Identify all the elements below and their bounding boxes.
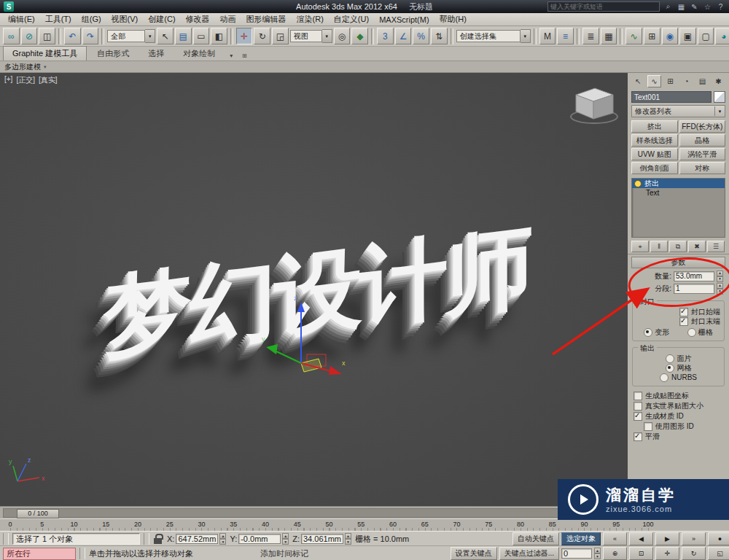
chevron-down-icon[interactable]: ▼ xyxy=(145,29,155,43)
menu-help[interactable]: 帮助(H) xyxy=(434,13,472,26)
menu-maxscript[interactable]: MAXScript(M) xyxy=(374,15,434,25)
generate-mapping-checkbox[interactable] xyxy=(634,392,642,400)
key-mode-icon[interactable]: ● xyxy=(708,532,729,545)
time-slider-handle[interactable]: 0 / 100 xyxy=(17,509,59,518)
tab-motion-icon[interactable]: ◔ xyxy=(679,75,693,88)
segments-field[interactable]: 1 xyxy=(674,284,714,294)
modifier-button-turbosmooth[interactable]: 涡轮平滑 xyxy=(679,148,726,160)
panel-polygon-modeling[interactable]: 多边形建模 xyxy=(4,62,41,72)
snap-toggle-3d-icon[interactable]: 3 xyxy=(377,28,394,44)
modifier-button-ffd-box[interactable]: FFD(长方体) xyxy=(679,120,726,133)
modifier-stack[interactable]: 挤出 Text xyxy=(631,178,725,238)
x-coordinate-field[interactable]: 647.52mm xyxy=(176,534,218,544)
tab-graphite-modeling[interactable]: Graphite 建模工具 xyxy=(3,46,87,61)
help-icon[interactable]: ? xyxy=(716,2,725,12)
object-color-swatch[interactable] xyxy=(714,91,725,103)
viewport-general-menu[interactable]: [+] xyxy=(4,75,12,85)
rendered-frame-window-icon[interactable]: ▢ xyxy=(698,28,714,44)
selection-lock-icon[interactable] xyxy=(153,533,163,545)
configure-modifier-sets-icon[interactable]: ☰ xyxy=(707,241,725,252)
select-by-name-icon[interactable]: ▤ xyxy=(175,28,192,44)
chevron-down-icon[interactable]: ▼ xyxy=(322,29,332,43)
help-search-input[interactable] xyxy=(547,1,660,12)
viewport-pov-menu[interactable]: [正交] xyxy=(16,75,35,85)
chevron-down-icon[interactable]: ▼ xyxy=(714,106,725,116)
key-filters-button[interactable]: 关键点过滤器... xyxy=(499,547,559,560)
render-production-icon[interactable]: ◕ xyxy=(715,28,729,44)
tab-display-icon[interactable]: ▤ xyxy=(695,75,709,88)
object-name-field[interactable]: Text001 xyxy=(631,91,712,103)
amount-field[interactable]: 53.0mm xyxy=(674,271,714,281)
pin-stack-icon[interactable]: ⌖ xyxy=(631,241,649,252)
tab-hierarchy-icon[interactable]: ⊞ xyxy=(663,75,677,88)
select-and-manipulate-icon[interactable]: ◆ xyxy=(351,28,368,44)
select-and-scale-icon[interactable]: ◲ xyxy=(272,28,289,44)
parameters-rollout-header[interactable]: 参数 xyxy=(631,257,725,268)
selection-filter-dropdown[interactable]: 全部 ▼ xyxy=(107,30,155,42)
modifier-button-bevel-profile[interactable]: 倒角剖面 xyxy=(631,162,678,174)
select-object-icon[interactable]: ↖ xyxy=(157,28,174,44)
orbit-icon[interactable]: ↻ xyxy=(682,547,706,560)
menu-rendering[interactable]: 渲染(R) xyxy=(292,13,329,26)
ribbon-config-icon[interactable]: ⊞ xyxy=(238,50,250,61)
menu-customize[interactable]: 自定义(U) xyxy=(329,13,374,26)
viewport-shading-menu[interactable]: [真实] xyxy=(39,75,58,85)
angle-snap-icon[interactable]: ∠ xyxy=(395,28,412,44)
zoom-icon[interactable]: ⊕ xyxy=(603,547,627,560)
use-shape-id-checkbox[interactable] xyxy=(644,422,652,431)
favorites-star-icon[interactable]: ☆ xyxy=(703,2,712,12)
tab-create-icon[interactable]: ↖ xyxy=(631,75,645,88)
amount-spinner[interactable]: ▲▼ xyxy=(717,271,723,282)
unlink-selection-icon[interactable]: ⊘ xyxy=(21,28,38,44)
smooth-checkbox[interactable] xyxy=(634,432,642,441)
named-selection-sets-dropdown[interactable]: 创建选择集 ▼ xyxy=(456,30,531,42)
stack-item-text[interactable]: Text xyxy=(632,188,725,198)
menu-create[interactable]: 创建(C) xyxy=(143,13,180,26)
tab-freeform[interactable]: 自由形式 xyxy=(88,47,138,61)
material-editor-icon[interactable]: ◉ xyxy=(662,28,679,44)
play-icon[interactable]: ▶ xyxy=(655,532,679,545)
morph-radio[interactable] xyxy=(644,328,652,337)
stack-item-extrude[interactable]: 挤出 xyxy=(632,179,725,188)
patch-radio[interactable] xyxy=(666,354,674,363)
remove-modifier-icon[interactable]: ✖ xyxy=(688,241,706,252)
z-axis-arrow[interactable] xyxy=(297,302,305,312)
select-and-link-icon[interactable]: ∞ xyxy=(3,28,20,44)
timeline-ruler[interactable]: 0510152025303540455055606570758085909510… xyxy=(0,518,729,532)
set-key-button[interactable]: 设置关键点 xyxy=(451,547,497,560)
modifier-button-spline-select[interactable]: 样条线选择 xyxy=(631,134,678,147)
generate-material-id-checkbox[interactable] xyxy=(634,412,642,421)
pan-icon[interactable]: ✛ xyxy=(655,547,679,560)
viewport[interactable]: [+] [正交] [真实] 梦幻设计师 x y z x y z xyxy=(0,73,628,506)
frame-back-icon[interactable]: ◀ xyxy=(629,532,653,545)
align-icon[interactable]: ≡ xyxy=(557,28,574,44)
modifier-button-uvw-map[interactable]: UVW 贴图 xyxy=(631,148,678,160)
menu-tools[interactable]: 工具(T) xyxy=(40,13,77,26)
current-frame-field[interactable]: 0 xyxy=(561,548,592,559)
communication-center-icon[interactable]: ▦ xyxy=(677,2,686,12)
use-pivot-point-icon[interactable]: ◎ xyxy=(334,28,351,44)
z-spinner[interactable]: ▲▼ xyxy=(345,533,351,545)
ribbon-minimize-icon[interactable]: ▾ xyxy=(225,50,237,61)
window-crossing-icon[interactable]: ◧ xyxy=(211,28,227,44)
x-axis-arrow[interactable] xyxy=(329,366,342,375)
schematic-view-icon[interactable]: ⊞ xyxy=(644,28,660,44)
reference-coordinate-dropdown[interactable]: 视图 ▼ xyxy=(290,30,332,42)
show-end-result-icon[interactable]: ‖ xyxy=(650,241,668,252)
y-axis-arrow[interactable] xyxy=(266,344,278,354)
segments-spinner[interactable]: ▲▼ xyxy=(717,283,723,295)
menu-animation[interactable]: 动画 xyxy=(215,13,241,26)
tab-modify-icon[interactable]: ∿ xyxy=(647,75,661,88)
view-cube[interactable] xyxy=(567,80,620,127)
maxscript-mini-listener[interactable]: 所在行 xyxy=(3,548,76,560)
make-unique-icon[interactable]: ⧉ xyxy=(669,241,687,252)
menu-views[interactable]: 视图(V) xyxy=(106,13,144,26)
y-coordinate-field[interactable]: -0.0mm xyxy=(238,534,281,544)
tab-utilities-icon[interactable]: ✱ xyxy=(712,75,725,88)
modifier-button-lattice[interactable]: 晶格 xyxy=(679,134,726,147)
next-key-icon[interactable]: » xyxy=(682,532,706,545)
select-and-move-icon[interactable]: ✛ xyxy=(236,28,253,44)
add-time-tag[interactable]: 添加时间标记 xyxy=(260,548,308,559)
percent-snap-icon[interactable]: % xyxy=(413,28,429,44)
tab-object-paint[interactable]: 对象绘制 xyxy=(174,47,224,61)
